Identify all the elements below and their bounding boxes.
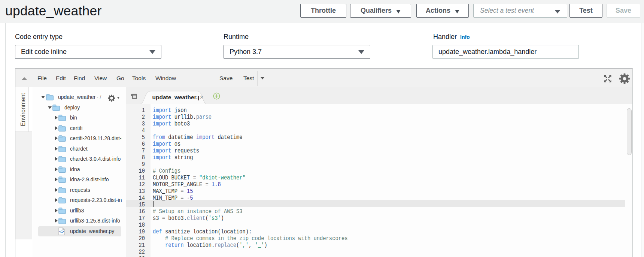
svg-text:<>: <> bbox=[59, 229, 64, 234]
